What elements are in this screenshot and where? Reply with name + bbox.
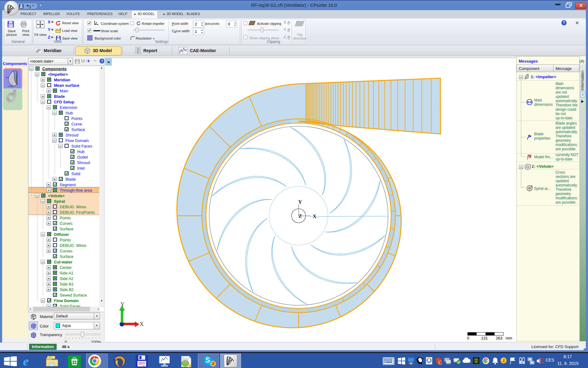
svg-text:!: ! bbox=[439, 361, 440, 364]
svg-text:mm: mm bbox=[506, 336, 512, 340]
svg-text:263: 263 bbox=[496, 336, 503, 340]
svg-text:X: X bbox=[313, 213, 317, 219]
svg-text:Y: Y bbox=[121, 301, 125, 308]
svg-text:Y: Y bbox=[298, 199, 302, 205]
svg-text:X: X bbox=[140, 321, 144, 327]
svg-text:64: 64 bbox=[143, 364, 145, 366]
svg-text:131: 131 bbox=[481, 336, 488, 340]
svg-text:0: 0 bbox=[467, 336, 469, 340]
svg-text:Z: Z bbox=[299, 213, 302, 219]
